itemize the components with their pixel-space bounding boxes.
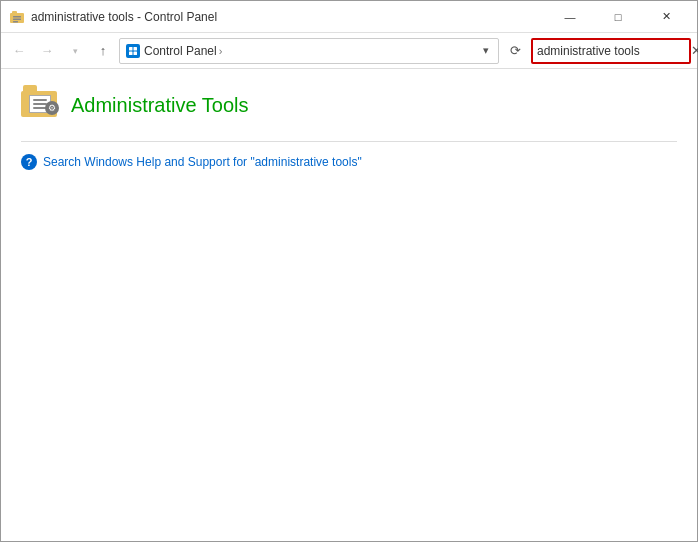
window-controls: — □ ✕ bbox=[547, 1, 689, 33]
forward-button[interactable]: → bbox=[35, 39, 59, 63]
address-chevron[interactable]: ▾ bbox=[480, 44, 492, 57]
svg-rect-1 bbox=[12, 11, 17, 14]
minimize-button[interactable]: — bbox=[547, 1, 593, 33]
address-box[interactable]: Control Panel › ▾ bbox=[119, 38, 499, 64]
address-path: Control Panel › bbox=[144, 44, 476, 58]
search-box[interactable]: ✕ bbox=[531, 38, 691, 64]
breadcrumb-sep: › bbox=[219, 45, 223, 57]
page-title: Administrative Tools bbox=[71, 94, 248, 117]
maximize-button[interactable]: □ bbox=[595, 1, 641, 33]
title-bar-icon bbox=[9, 9, 25, 25]
address-bar: ← → ▾ ↑ Control Panel › ▾ ⟳ bbox=[1, 33, 697, 69]
svg-rect-9 bbox=[134, 51, 138, 55]
control-panel-link[interactable]: Control Panel bbox=[144, 44, 217, 58]
svg-rect-7 bbox=[134, 47, 138, 51]
svg-rect-2 bbox=[13, 16, 21, 18]
search-input[interactable] bbox=[537, 44, 687, 58]
up-button[interactable]: ↑ bbox=[91, 39, 115, 63]
svg-rect-5 bbox=[127, 45, 139, 57]
svg-rect-4 bbox=[13, 21, 18, 23]
help-icon: ? bbox=[21, 154, 37, 170]
help-link[interactable]: ? Search Windows Help and Support for "a… bbox=[21, 154, 677, 170]
dropdown-button[interactable]: ▾ bbox=[63, 39, 87, 63]
svg-rect-6 bbox=[129, 47, 133, 51]
admin-tools-icon: ⚙ bbox=[21, 85, 61, 125]
title-bar: administrative tools - Control Panel — □… bbox=[1, 1, 697, 33]
content-area: ⚙ Administrative Tools ? Search Windows … bbox=[1, 69, 697, 541]
search-clear-button[interactable]: ✕ bbox=[689, 44, 698, 57]
refresh-button[interactable]: ⟳ bbox=[503, 39, 527, 63]
svg-rect-3 bbox=[13, 18, 21, 20]
page-header: ⚙ Administrative Tools bbox=[21, 85, 677, 125]
close-button[interactable]: ✕ bbox=[643, 1, 689, 33]
back-button[interactable]: ← bbox=[7, 39, 31, 63]
svg-rect-8 bbox=[129, 51, 133, 55]
divider bbox=[21, 141, 677, 142]
title-bar-text: administrative tools - Control Panel bbox=[31, 10, 547, 24]
explorer-window: administrative tools - Control Panel — □… bbox=[0, 0, 698, 542]
control-panel-icon bbox=[126, 44, 140, 58]
help-link-text: Search Windows Help and Support for "adm… bbox=[43, 155, 362, 169]
